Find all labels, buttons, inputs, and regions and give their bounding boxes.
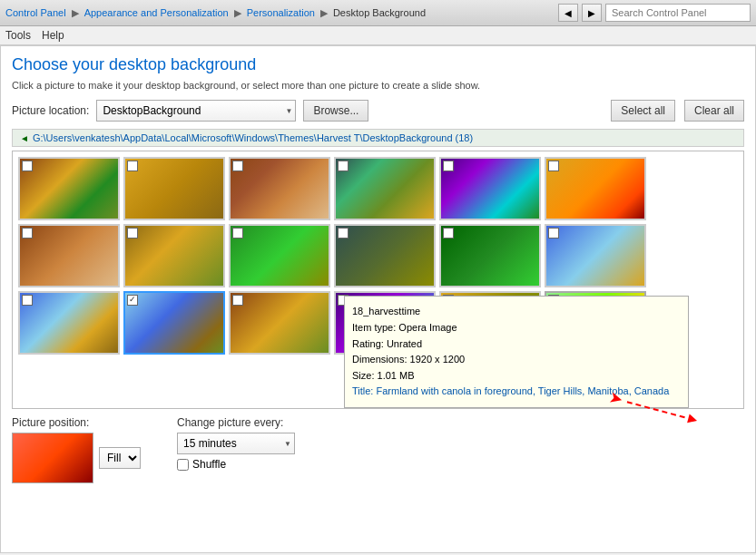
shuffle-label: Shuffle xyxy=(192,458,226,471)
tooltip-item-type: Item type: Opera Image xyxy=(352,320,681,336)
menu-help[interactable]: Help xyxy=(42,29,64,42)
bottom-controls: Picture position: Fill Change picture ev… xyxy=(12,409,744,483)
location-select-wrapper: DesktopBackground xyxy=(96,100,296,122)
image-thumb-14[interactable] xyxy=(229,291,330,355)
position-row: Fill xyxy=(12,433,141,483)
image-thumb-13[interactable] xyxy=(18,291,120,355)
check-8[interactable] xyxy=(127,228,138,239)
tooltip-dimensions: Dimensions: 1920 x 1200 xyxy=(352,352,681,368)
shuffle-row: Shuffle xyxy=(177,458,295,471)
title-bar-right: ◀ ▶ xyxy=(558,4,751,22)
image-thumb-2[interactable] xyxy=(123,157,225,220)
shuffle-checkbox[interactable] xyxy=(177,459,189,471)
breadcrumb-current: Desktop Background xyxy=(333,7,426,18)
path-arrow-icon: ◄ xyxy=(20,133,29,143)
position-select[interactable]: Fill xyxy=(99,447,141,469)
clear-all-button[interactable]: Clear all xyxy=(684,100,744,122)
image-thumb-17[interactable] xyxy=(123,291,225,355)
main-content: Choose your desktop background Click a p… xyxy=(0,45,756,553)
images-wrapper: 18_harvesttime Item type: Opera Image Ra… xyxy=(12,151,744,409)
check-2[interactable] xyxy=(127,161,138,171)
image-thumb-4[interactable] xyxy=(334,157,436,220)
check-6[interactable] xyxy=(548,161,559,171)
tooltip-rating: Rating: Unrated xyxy=(352,336,681,353)
image-thumb-10[interactable] xyxy=(334,224,436,287)
image-thumb-6[interactable] xyxy=(545,157,646,220)
breadcrumb-control-panel[interactable]: Control Panel xyxy=(5,7,66,18)
check-13[interactable] xyxy=(22,295,33,306)
image-thumb-5[interactable] xyxy=(439,157,541,220)
image-thumb-11[interactable] xyxy=(439,224,541,287)
change-select-wrapper: 15 minutes xyxy=(177,433,295,454)
position-preview xyxy=(12,433,93,483)
picture-position-section: Picture position: Fill xyxy=(12,416,141,483)
change-picture-section: Change picture every: 15 minutes Shuffle xyxy=(177,416,295,471)
tooltip-size: Size: 1.01 MB xyxy=(352,368,681,385)
check-1[interactable] xyxy=(22,161,33,171)
check-5[interactable] xyxy=(443,161,454,171)
check-11[interactable] xyxy=(443,228,454,239)
path-text: G:\Users\venkatesh\AppData\Local\Microso… xyxy=(33,132,473,143)
location-label: Picture location: xyxy=(12,104,89,117)
image-thumb-9[interactable] xyxy=(229,224,330,287)
check-17[interactable] xyxy=(127,295,138,306)
change-picture-label: Change picture every: xyxy=(177,416,295,429)
check-12[interactable] xyxy=(548,228,559,239)
check-14[interactable] xyxy=(232,295,243,306)
menu-tools[interactable]: Tools xyxy=(5,29,31,42)
image-thumb-8[interactable] xyxy=(123,224,225,287)
location-row: Picture location: DesktopBackground Brow… xyxy=(12,100,744,122)
tooltip-filename: 18_harvesttime xyxy=(352,304,681,320)
check-3[interactable] xyxy=(232,161,243,171)
title-bar: Control Panel ▶ Appearance and Personali… xyxy=(0,0,756,26)
image-thumb-3[interactable] xyxy=(229,157,330,220)
menu-bar: Tools Help xyxy=(0,26,756,45)
back-button[interactable]: ◀ xyxy=(558,4,578,22)
page-title: Choose your desktop background xyxy=(12,55,744,74)
check-4[interactable] xyxy=(338,161,349,171)
forward-button[interactable]: ▶ xyxy=(582,4,602,22)
change-interval-select[interactable]: 15 minutes xyxy=(177,433,295,454)
path-bar: ◄ G:\Users\venkatesh\AppData\Local\Micro… xyxy=(12,129,744,147)
check-9[interactable] xyxy=(232,228,243,239)
breadcrumb-appearance[interactable]: Appearance and Personalization xyxy=(84,7,229,18)
check-10[interactable] xyxy=(338,228,349,239)
browse-button[interactable]: Browse... xyxy=(303,100,368,122)
image-thumb-1[interactable] xyxy=(18,157,120,220)
select-all-button[interactable]: Select all xyxy=(611,100,675,122)
image-thumb-7[interactable] xyxy=(18,224,120,287)
images-container[interactable]: 18_harvesttime Item type: Opera Image Ra… xyxy=(12,151,744,409)
breadcrumb-personalization[interactable]: Personalization xyxy=(247,7,315,18)
image-tooltip: 18_harvesttime Item type: Opera Image Ra… xyxy=(344,296,689,408)
search-input[interactable] xyxy=(605,4,751,22)
location-select[interactable]: DesktopBackground xyxy=(96,100,296,122)
change-row: 15 minutes xyxy=(177,433,295,454)
picture-position-label: Picture position: xyxy=(12,416,141,429)
image-thumb-12[interactable] xyxy=(545,224,646,287)
subtitle: Click a picture to make it your desktop … xyxy=(12,80,744,91)
check-7[interactable] xyxy=(22,228,33,239)
